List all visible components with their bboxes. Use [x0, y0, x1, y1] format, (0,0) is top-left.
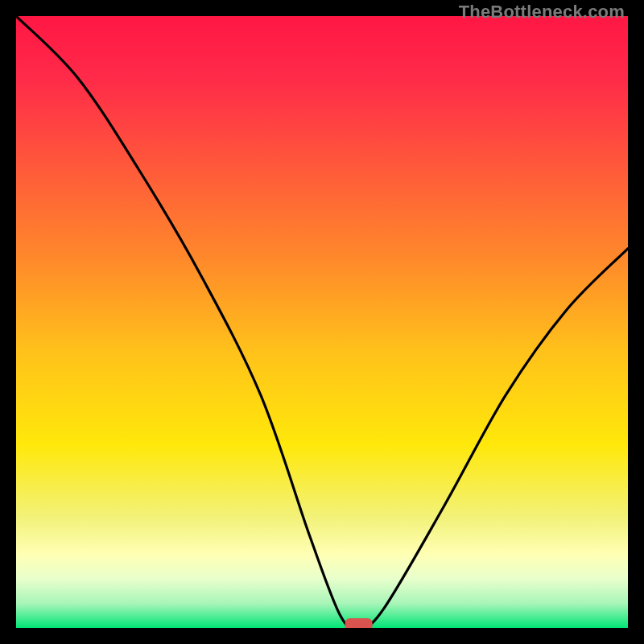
- attribution-label: TheBottleneck.com: [459, 2, 625, 23]
- optimal-marker: [345, 618, 373, 628]
- bottleneck-chart: [16, 16, 628, 628]
- gradient-background: [16, 16, 628, 628]
- chart-frame: [16, 16, 628, 628]
